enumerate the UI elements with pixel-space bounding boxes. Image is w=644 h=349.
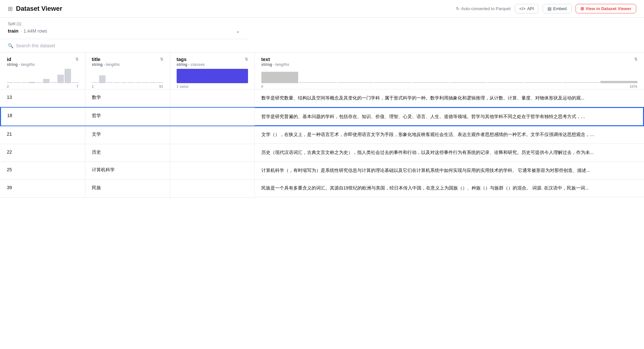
cell-text: 文学（），在狭义上，是一种语言艺术，亦即使用语言文字为手段，形象化地反映客观社会… [255,126,644,144]
split-label: Split (1) [8,22,240,26]
cell-title: 数学 [85,89,170,107]
embed-button[interactable]: ▤ Embed [543,4,571,13]
split-name: train [8,28,19,34]
table-container: id ⇅ string · lengths [0,53,644,198]
sort-icon-title[interactable]: ⇅ [160,57,163,62]
page-title: Dataset Viewer [16,5,62,12]
column-header-text: text ⇅ string · lengths [255,53,644,89]
header: ⊞ Dataset Viewer ↻ Auto-converted to Par… [0,0,644,18]
column-header-title: title ⇅ string · lengths [85,53,170,89]
cell-title: 哲学 [85,107,170,126]
cell-text: 民族是一个具有多重含义的词汇。其源自19世纪的欧洲与美国，经日本传入中国，在意义… [255,179,644,197]
cell-tags [170,144,255,162]
table-row[interactable]: 39民族民族是一个具有多重含义的词汇。其源自19世纪的欧洲与美国，经日本传入中国… [0,179,644,197]
cell-title: 文学 [85,126,170,144]
col-name-id: id [7,56,11,62]
chevron-down-icon: ⌄ [236,28,240,34]
col-type-id: string · lengths [7,62,79,67]
cell-text: 数学是研究数量、结构以及空间等概念及其变化的一门学科，属于形式科学的一种。数学利… [255,89,644,107]
cell-tags [170,179,255,197]
col-name-title: title [92,56,101,62]
split-section: Split (1) train · 1.44M rows ⌄ [0,18,248,39]
table-header-row: id ⇅ string · lengths [0,53,644,89]
split-selector[interactable]: train · 1.44M rows ⌄ [8,27,240,35]
cell-text: 计算机科学（，有时缩写为）是系统性研究信息与计算的理论基础以及它们在计算机系统中… [255,162,644,180]
tags-hist-label: 1 value [177,84,248,88]
table-row[interactable]: 25计算机科学计算机科学（，有时缩写为）是系统性研究信息与计算的理论基础以及它们… [0,162,644,180]
header-right: ↻ Auto-converted to Parquet </> API ▤ Em… [456,4,636,13]
table-row[interactable]: 13数学数学是研究数量、结构以及空间等概念及其变化的一门学科，属于形式科学的一种… [0,89,644,107]
cell-text: 历史（现代汉语词汇，古典文言文称之为史），指人类社会过去的事件和行动，以及对这些… [255,144,644,162]
table-body: 13数学数学是研究数量、结构以及空间等概念及其变化的一门学科，属于形式科学的一种… [0,89,644,198]
auto-converted-label: ↻ Auto-converted to Parquet [456,6,511,11]
cell-id: 13 [0,89,85,107]
data-table: id ⇅ string · lengths [0,53,644,198]
search-section: 🔍 [0,39,644,53]
cell-id: 18 [0,107,85,126]
cell-id: 21 [0,126,85,144]
table-row[interactable]: 18哲学哲学是研究普遍的、基本问题的学科，包括存在、知识、价值、理智、心灵、语言… [0,107,644,126]
cell-text: 哲学是研究普遍的、基本问题的学科，包括存在、知识、价值、理智、心灵、语言、人生、… [255,107,644,126]
search-input[interactable] [16,43,114,48]
table-row[interactable]: 21文学文学（），在狭义上，是一种语言艺术，亦即使用语言文字为手段，形象化地反映… [0,126,644,144]
column-header-tags: tags ⇅ string · classes 1 va [170,53,255,89]
cell-id: 22 [0,144,85,162]
col-type-tags: string · classes [177,62,248,67]
split-rows: · 1.44M rows [21,28,47,34]
embed-icon: ▤ [548,6,551,11]
histogram-text: 0 107k [255,67,644,89]
api-button[interactable]: </> API [515,4,539,13]
histogram-id: 2 7 [0,67,85,89]
cell-tags [170,89,255,107]
column-header-id: id ⇅ string · lengths [0,53,85,89]
sort-icon-id[interactable]: ⇅ [75,57,79,62]
viewer-icon: ⊞ [580,6,584,11]
cell-id: 39 [0,179,85,197]
col-type-title: string · lengths [92,62,163,67]
sort-icon-tags[interactable]: ⇅ [245,57,248,62]
histogram-title: 1 91 [85,67,170,89]
header-left: ⊞ Dataset Viewer [8,5,62,12]
table-row[interactable]: 22历史历史（现代汉语词汇，古典文言文称之为史），指人类社会过去的事件和行动，以… [0,144,644,162]
sort-icon-text[interactable]: ⇅ [634,57,637,62]
view-in-dataset-viewer-button[interactable]: ⊞ View in Dataset Viewer [576,4,636,13]
col-name-tags: tags [177,56,187,62]
dataset-icon: ⊞ [8,5,13,12]
search-wrapper: 🔍 [8,43,636,48]
cell-tags [170,107,255,126]
split-value-row: train · 1.44M rows [8,28,47,34]
cell-title: 计算机科学 [85,162,170,180]
cell-title: 民族 [85,179,170,197]
cell-tags [170,126,255,144]
cell-tags [170,162,255,180]
histogram-tags: 1 value [170,67,255,89]
cell-id: 25 [0,162,85,180]
col-name-text: text [261,56,270,62]
search-icon: 🔍 [8,43,13,48]
code-icon: </> [520,6,526,11]
cell-title: 历史 [85,144,170,162]
refresh-icon: ↻ [456,6,460,11]
col-type-text: string · lengths [261,62,638,67]
